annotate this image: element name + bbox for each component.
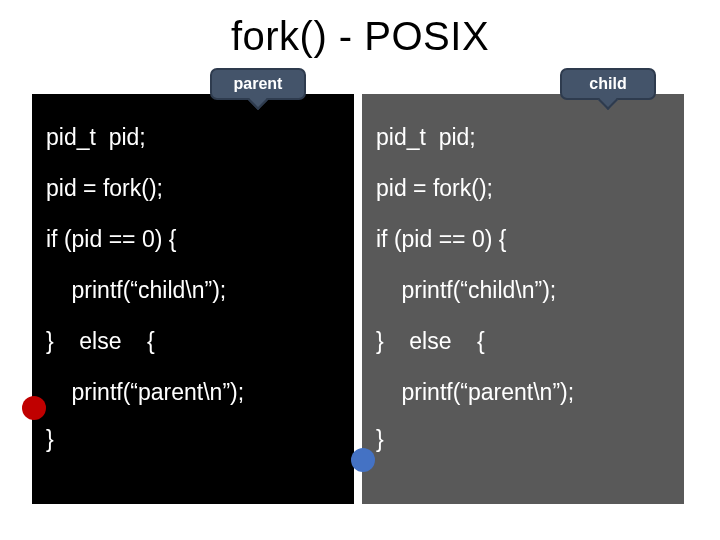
code-line: if (pid == 0) { xyxy=(376,228,670,251)
code-line: printf(“child\n”); xyxy=(376,279,670,302)
code-line: } xyxy=(376,428,670,451)
code-line: pid = fork(); xyxy=(376,177,670,200)
child-process-block: pid_t pid; pid = fork(); if (pid == 0) {… xyxy=(362,94,684,504)
child-label-tag: child xyxy=(560,68,656,100)
code-line: printf(“child\n”); xyxy=(46,279,340,302)
code-line: } xyxy=(46,428,340,451)
code-line: printf(“parent\n”); xyxy=(376,381,670,404)
execution-marker-child-icon xyxy=(351,448,375,472)
code-line: pid_t pid; xyxy=(46,126,340,149)
parent-label-tag: parent xyxy=(210,68,306,100)
slide: fork() - POSIX parent child pid_t pid; p… xyxy=(0,0,720,540)
code-line: printf(“parent\n”); xyxy=(46,381,340,404)
code-line: if (pid == 0) { xyxy=(46,228,340,251)
code-line: } else { xyxy=(376,330,670,353)
code-line: pid = fork(); xyxy=(46,177,340,200)
slide-title: fork() - POSIX xyxy=(0,14,720,59)
code-line: pid_t pid; xyxy=(376,126,670,149)
parent-process-block: pid_t pid; pid = fork(); if (pid == 0) {… xyxy=(32,94,354,504)
execution-marker-parent-icon xyxy=(22,396,46,420)
code-line: } else { xyxy=(46,330,340,353)
